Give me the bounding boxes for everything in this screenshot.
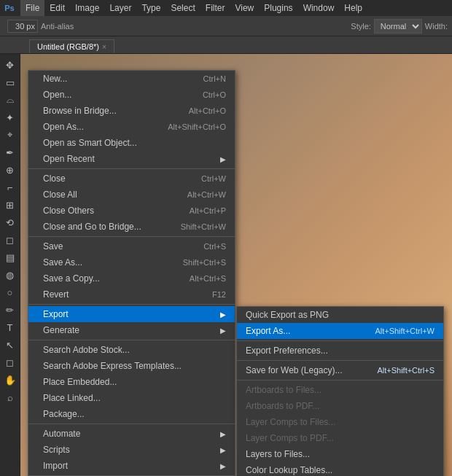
main-area: ✥ ▭ ⌓ ✦ ⌖ ✒ ⊕ ⌐ ⊞ ⟲ ◻ ▤ ◍ ○ ✏ T ↖ ◻ ✋ ⌕ … [0,54,452,476]
submenu-export-prefs[interactable]: Export Preferences... [237,343,443,359]
submenu-save-for-web[interactable]: Save for Web (Legacy)... Alt+Shift+Ctrl+… [237,362,443,378]
width-label: Width: [425,22,448,31]
menu-item-close-others[interactable]: Close Others Alt+Ctrl+P [28,203,235,219]
menu-file[interactable]: File [20,0,44,16]
menu-item-generate[interactable]: Generate ▶ [28,322,235,338]
menu-item-save[interactable]: Save Ctrl+S [28,238,235,254]
menu-image[interactable]: Image [70,0,104,16]
menu-window[interactable]: Window [298,0,340,16]
divider-2 [28,236,235,237]
menu-layer[interactable]: Layer [104,0,136,16]
menu-plugins[interactable]: Plugins [259,0,297,16]
menu-item-open-smart[interactable]: Open as Smart Object... [28,135,235,151]
menu-item-package[interactable]: Package... [28,406,235,422]
style-select[interactable]: Normal [374,19,422,34]
divider-5 [28,424,235,424]
size-input[interactable] [7,20,38,33]
submenu-layers-to-files[interactable]: Layers to Files... [237,446,443,462]
dropdown-overlay: New... Ctrl+N Open... Ctrl+O Browse in B… [0,54,452,476]
menu-bar: Ps File Edit Image Layer Type Select Fil… [0,0,452,16]
app-icon: Ps [3,1,16,15]
anti-alias-label: Anti-alias [41,22,74,31]
submenu-artboards-to-pdf: Artboards to PDF... [237,398,443,414]
menu-item-close-go-bridge[interactable]: Close and Go to Bridge... Shift+Ctrl+W [28,219,235,235]
menu-item-search-stock[interactable]: Search Adobe Stock... [28,342,235,358]
menu-item-revert[interactable]: Revert F12 [28,286,235,303]
menu-item-open[interactable]: Open... Ctrl+O [28,87,235,103]
menu-item-open-recent[interactable]: Open Recent ▶ [28,151,235,167]
submenu-divider-3 [237,380,443,381]
submenu-layer-comps-to-files: Layer Comps to Files... [237,414,443,430]
style-label: Style: [351,22,371,31]
menu-item-import[interactable]: Import ▶ [28,458,235,474]
menu-type[interactable]: Type [136,0,165,16]
menu-item-scripts[interactable]: Scripts ▶ [28,442,235,458]
menu-item-close-all[interactable]: Close All Alt+Ctrl+W [28,187,235,203]
file-menu: New... Ctrl+N Open... Ctrl+O Browse in B… [28,70,235,476]
divider-1 [28,168,235,169]
menu-item-new[interactable]: New... Ctrl+N [28,71,235,87]
menu-item-export[interactable]: Export ▶ Quick Export as PNG Export As..… [28,306,235,322]
menu-item-close[interactable]: Close Ctrl+W [28,171,235,187]
menu-item-automate[interactable]: Automate ▶ [28,426,235,442]
menu-select[interactable]: Select [165,0,200,16]
divider-3 [28,304,235,305]
tab-bar: Untitled (RGB/8*) × [0,36,452,54]
submenu-color-lookup-tables[interactable]: Color Lookup Tables... [237,462,443,476]
active-tab[interactable]: Untitled (RGB/8*) × [29,39,114,53]
tab-close-icon[interactable]: × [102,43,106,51]
tab-label: Untitled (RGB/8*) [37,42,99,51]
menu-item-open-as[interactable]: Open As... Alt+Shift+Ctrl+O [28,119,235,135]
menu-view[interactable]: View [230,0,259,16]
menu-item-browse-bridge[interactable]: Browse in Bridge... Alt+Ctrl+O [28,103,235,119]
submenu-quick-export-png[interactable]: Quick Export as PNG [237,307,443,323]
menu-item-save-copy[interactable]: Save a Copy... Alt+Ctrl+S [28,270,235,286]
submenu-divider-2 [237,360,443,361]
menu-filter[interactable]: Filter [200,0,230,16]
menu-item-save-as[interactable]: Save As... Shift+Ctrl+S [28,254,235,270]
divider-4 [28,340,235,340]
options-toolbar: Anti-alias Style: Normal Width: [0,16,452,36]
menu-help[interactable]: Help [339,0,367,16]
export-submenu: Quick Export as PNG Export As... Alt+Shi… [236,306,444,476]
menu-item-place-embedded[interactable]: Place Embedded... [28,374,235,390]
menu-edit[interactable]: Edit [44,0,70,16]
submenu-export-as[interactable]: Export As... Alt+Shift+Ctrl+W [237,323,443,339]
submenu-artboards-to-files: Artboards to Files... [237,382,443,398]
menu-item-search-express[interactable]: Search Adobe Express Templates... [28,358,235,374]
menu-item-place-linked[interactable]: Place Linked... [28,390,235,406]
submenu-divider-1 [237,340,443,341]
submenu-layer-comps-to-pdf: Layer Comps to PDF... [237,430,443,446]
